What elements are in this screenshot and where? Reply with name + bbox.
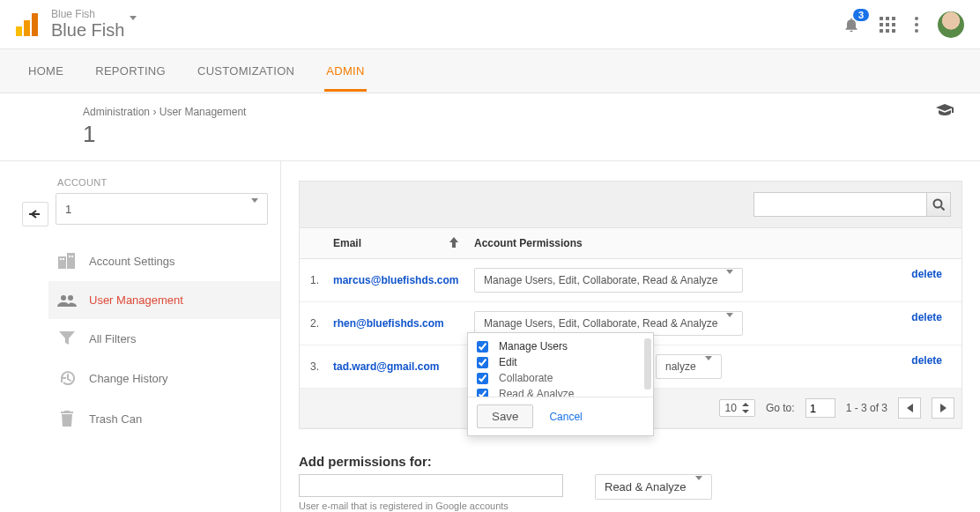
perm-option-label: Edit	[499, 356, 517, 368]
sidebar-item-account-settings[interactable]: Account Settings	[48, 241, 280, 281]
sidebar-section-label: ACCOUNT	[48, 177, 280, 193]
perm-option-read-analyze[interactable]: Read & Analyze	[477, 386, 651, 397]
goto-label: Go to:	[766, 402, 795, 414]
page-number: 1	[0, 119, 980, 160]
caret-down-icon	[130, 19, 137, 41]
user-email-link[interactable]: rhen@bluefishds.com	[333, 317, 444, 330]
sidebar-item-user-management[interactable]: User Management	[48, 281, 280, 319]
perm-checkbox[interactable]	[477, 389, 488, 397]
perm-option-label: Manage Users	[499, 340, 568, 352]
svg-rect-8	[892, 23, 895, 26]
perm-option-manage-users[interactable]: Manage Users	[477, 338, 651, 354]
svg-rect-1	[24, 20, 30, 36]
save-button[interactable]: Save	[477, 404, 533, 428]
account-selector[interactable]: 1	[56, 193, 268, 225]
row-index: 2.	[300, 302, 326, 345]
sidebar-label: User Management	[89, 293, 183, 307]
sidebar-item-all-filters[interactable]: All Filters	[48, 319, 280, 358]
user-email-link[interactable]: marcus@bluefishds.com	[333, 274, 458, 286]
delete-link[interactable]: delete	[911, 268, 942, 280]
rows-per-page-select[interactable]: 10	[719, 399, 755, 417]
add-permission-value: Read & Analyze	[605, 480, 687, 493]
brand-small: Blue Fish	[51, 9, 137, 19]
breadcrumb: Administration › User Management	[0, 93, 980, 119]
primary-nav: HOME REPORTING CUSTOMIZATION ADMIN	[0, 49, 980, 93]
svg-rect-0	[16, 26, 22, 36]
filter-icon	[57, 331, 77, 345]
svg-point-22	[68, 295, 73, 301]
avatar[interactable]	[938, 11, 964, 38]
permissions-select[interactable]: Manage Users, Edit, Collaborate, Read & …	[474, 268, 743, 293]
perm-option-label: Collaborate	[499, 372, 553, 384]
sidebar-label: All Filters	[89, 332, 136, 345]
perm-option-edit[interactable]: Edit	[477, 354, 651, 370]
svg-rect-16	[67, 253, 75, 269]
sidebar-item-trash-can[interactable]: Trash Can	[48, 398, 280, 439]
svg-rect-18	[63, 258, 64, 260]
table-row: 1. marcus@bluefishds.com Manage Users, E…	[300, 259, 961, 302]
col-email-label: Email	[333, 237, 361, 249]
apps-button[interactable]	[880, 17, 895, 33]
svg-rect-11	[892, 29, 895, 33]
breadcrumb-root[interactable]: Administration	[83, 106, 150, 118]
account-selected-value: 1	[65, 203, 71, 216]
svg-point-14	[915, 29, 918, 33]
svg-point-21	[61, 295, 66, 301]
graduation-icon[interactable]	[936, 104, 954, 119]
nav-reporting[interactable]: REPORTING	[93, 50, 167, 92]
sort-asc-icon[interactable]	[449, 237, 458, 250]
permissions-select[interactable]: nalyze	[656, 354, 722, 379]
sidebar-label: Change History	[89, 372, 168, 385]
breadcrumb-current: User Management	[160, 106, 247, 118]
table-row: 2. rhen@bluefishds.com Manage Users, Edi…	[300, 302, 961, 345]
svg-rect-9	[880, 29, 883, 33]
rows-value: 10	[725, 402, 737, 414]
perm-option-collaborate[interactable]: Collaborate	[477, 370, 651, 386]
permissions-value: Manage Users, Edit, Collaborate, Read & …	[484, 274, 717, 286]
collapse-sidebar-button[interactable]	[22, 202, 48, 226]
search-button[interactable]	[926, 192, 951, 217]
perm-checkbox[interactable]	[477, 341, 488, 352]
add-permission-select[interactable]: Read & Analyze	[595, 474, 712, 500]
breadcrumb-sep: ›	[152, 106, 156, 118]
perm-checkbox[interactable]	[477, 373, 488, 384]
delete-link[interactable]: delete	[911, 354, 942, 367]
range-text: 1 - 3 of 3	[846, 402, 887, 414]
more-button[interactable]	[915, 17, 918, 33]
notifications-button[interactable]: 3	[843, 16, 860, 33]
caret-down-icon	[251, 203, 258, 216]
sidebar-item-change-history[interactable]: Change History	[48, 358, 280, 398]
nav-customization[interactable]: CUSTOMIZATION	[196, 50, 296, 92]
brand-selector[interactable]: Blue Fish Blue Fish	[51, 9, 137, 41]
users-icon	[57, 294, 77, 307]
svg-point-13	[915, 23, 918, 26]
cancel-link[interactable]: Cancel	[549, 411, 582, 423]
history-icon	[57, 370, 77, 386]
add-email-input[interactable]	[299, 474, 563, 497]
svg-rect-4	[886, 17, 889, 20]
ga-logo	[16, 13, 39, 36]
users-table: Email Account Permissions 1. marcus@blue…	[300, 228, 961, 428]
user-email-link[interactable]: tad.ward@gmail.com	[333, 360, 439, 373]
next-page-button[interactable]	[932, 397, 954, 419]
brand-main-text: Blue Fish	[51, 19, 124, 41]
svg-point-23	[934, 200, 942, 208]
perm-checkbox[interactable]	[477, 357, 488, 368]
nav-home[interactable]: HOME	[26, 50, 65, 92]
goto-input[interactable]	[806, 398, 835, 418]
sidebar: ACCOUNT 1 Account Settings User Manageme…	[48, 161, 281, 512]
col-email[interactable]: Email	[326, 228, 467, 259]
svg-rect-10	[886, 29, 889, 33]
search-input[interactable]	[754, 192, 926, 217]
notification-badge: 3	[853, 9, 869, 21]
content: Email Account Permissions 1. marcus@blue…	[281, 161, 980, 512]
users-panel: Email Account Permissions 1. marcus@blue…	[299, 181, 962, 429]
nav-admin[interactable]: ADMIN	[324, 50, 366, 92]
prev-page-button[interactable]	[898, 397, 921, 419]
trash-icon	[57, 411, 77, 427]
permissions-popover: Manage Users Edit Collabor	[467, 332, 654, 436]
row-index: 3.	[300, 345, 326, 389]
delete-link[interactable]: delete	[911, 311, 942, 323]
scrollbar[interactable]	[644, 338, 651, 390]
caret-down-icon	[705, 360, 712, 373]
